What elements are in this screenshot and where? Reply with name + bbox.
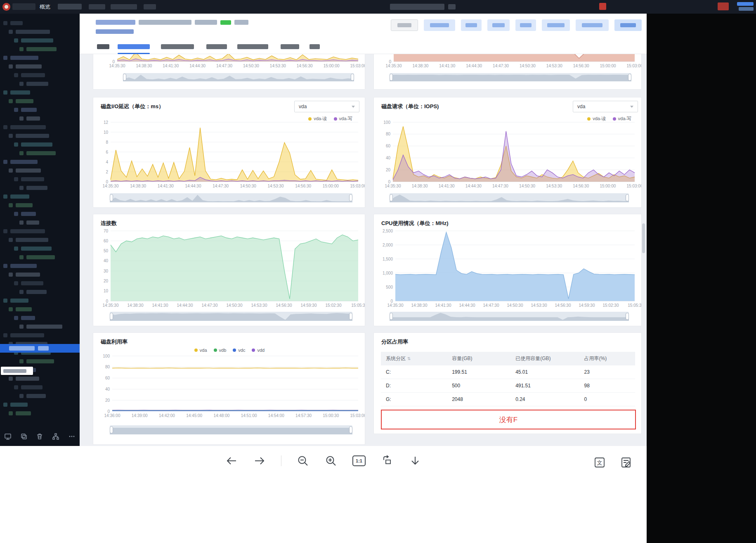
sidebar-item[interactable] (0, 261, 80, 270)
sidebar-item[interactable] (0, 105, 80, 114)
sidebar-item[interactable] (0, 244, 80, 253)
redacted-button[interactable] (515, 19, 536, 31)
redacted-button[interactable] (424, 19, 455, 31)
extract-text-icon[interactable]: 文 (593, 456, 606, 469)
sidebar-item[interactable] (0, 97, 80, 105)
sidebar-item[interactable] (0, 27, 80, 36)
tab-item[interactable] (309, 44, 320, 49)
sidebar-item[interactable] (0, 253, 80, 261)
sidebar-item[interactable] (0, 192, 80, 201)
legend-item[interactable]: vda (194, 348, 207, 353)
time-brush[interactable] (390, 312, 629, 321)
time-brush[interactable] (110, 312, 352, 321)
sidebar-item[interactable] (0, 400, 80, 409)
redacted-tab[interactable] (144, 4, 156, 9)
zoom-in-icon[interactable] (324, 454, 338, 467)
sidebar-item[interactable] (0, 149, 80, 157)
tab-item[interactable] (161, 44, 194, 49)
redacted-button[interactable] (461, 19, 482, 31)
sidebar-item[interactable] (0, 131, 80, 140)
tab-item[interactable] (97, 44, 109, 49)
sidebar-item[interactable] (0, 62, 80, 71)
trash-icon[interactable] (33, 430, 46, 443)
tab-item-active[interactable] (118, 44, 150, 49)
sidebar-item[interactable] (0, 140, 80, 149)
sidebar-item[interactable] (0, 383, 80, 391)
sidebar-item[interactable] (0, 201, 80, 209)
sidebar-item[interactable] (0, 157, 80, 166)
sidebar-item[interactable] (0, 279, 80, 287)
sidebar-item[interactable] (0, 209, 80, 218)
sidebar-item[interactable] (0, 374, 80, 383)
disk-select[interactable]: vda (573, 101, 638, 112)
time-brush[interactable] (110, 425, 352, 434)
redacted-tab[interactable] (58, 4, 82, 9)
tab-item[interactable] (281, 44, 299, 49)
redacted-action-dropdown[interactable] (614, 19, 642, 31)
zoom-out-icon[interactable] (296, 454, 309, 467)
sidebar-selected-item[interactable] (0, 344, 80, 353)
time-brush[interactable] (390, 193, 629, 202)
forward-arrow-icon[interactable] (253, 454, 266, 467)
svg-text:70: 70 (104, 229, 109, 233)
tab-item[interactable] (206, 44, 227, 49)
sidebar-item[interactable] (0, 287, 80, 296)
sidebar-item[interactable] (0, 409, 80, 417)
sidebar-item[interactable] (0, 88, 80, 97)
sidebar-item[interactable] (0, 45, 80, 53)
sidebar-item[interactable] (0, 235, 80, 244)
redacted-tab[interactable] (12, 3, 35, 10)
sidebar-item[interactable] (0, 79, 80, 88)
sidebar-item[interactable] (0, 175, 80, 183)
legend-item[interactable]: vdc (233, 348, 245, 353)
sidebar-item[interactable] (0, 183, 80, 192)
sidebar-item[interactable] (0, 218, 80, 227)
topology-icon[interactable] (49, 430, 62, 443)
redacted-button[interactable] (576, 19, 609, 31)
legend-item[interactable]: vdb (214, 348, 227, 353)
redacted-button[interactable] (487, 19, 510, 31)
svg-text:14:44:30: 14:44:30 (189, 64, 206, 68)
sidebar-item[interactable] (0, 331, 80, 339)
redacted-button[interactable] (542, 19, 570, 31)
sidebar-item[interactable] (0, 322, 80, 331)
console-icon[interactable] (1, 430, 14, 443)
sidebar-item[interactable] (0, 357, 80, 365)
tab-item[interactable] (237, 44, 268, 49)
scrollbar-thumb[interactable] (642, 223, 645, 253)
sidebar-item[interactable] (0, 36, 80, 45)
sidebar-item[interactable] (0, 166, 80, 175)
copy-icon[interactable] (17, 430, 31, 443)
redacted-button[interactable] (391, 19, 418, 31)
column-header-partition[interactable]: 系统分区⇅ (381, 355, 447, 362)
actual-size-icon[interactable]: 1:1 (352, 454, 366, 467)
sidebar-item[interactable] (0, 123, 80, 131)
download-icon[interactable] (409, 454, 422, 467)
back-arrow-icon[interactable] (225, 454, 238, 467)
time-brush[interactable] (110, 193, 352, 202)
svg-text:14:53:30: 14:53:30 (268, 184, 284, 188)
disk-select[interactable]: vda (294, 101, 359, 112)
sidebar-item[interactable] (0, 71, 80, 79)
time-brush[interactable] (123, 73, 354, 81)
sidebar-item[interactable] (0, 270, 80, 279)
time-brush[interactable] (390, 73, 631, 81)
sidebar-item[interactable] (0, 296, 80, 305)
rotate-icon[interactable] (380, 454, 394, 467)
sidebar-item[interactable] (0, 19, 80, 27)
sort-icon[interactable]: ⇅ (407, 356, 411, 361)
sidebar-item[interactable] (0, 227, 80, 235)
svg-text:80: 80 (105, 365, 110, 369)
more-icon[interactable] (65, 430, 78, 443)
sidebar-item[interactable] (0, 53, 80, 62)
sidebar-item[interactable] (0, 305, 80, 313)
sidebar-item[interactable] (0, 313, 80, 322)
chevron-down-icon (352, 106, 355, 108)
sidebar-item[interactable] (0, 391, 80, 400)
topbar-tab-label[interactable]: 概览 (40, 3, 50, 11)
sidebar-item[interactable] (0, 114, 80, 123)
legend-item[interactable]: vdd (252, 348, 265, 353)
redacted-tab[interactable] (111, 4, 137, 9)
redacted-tab[interactable] (89, 4, 105, 9)
edit-icon[interactable] (619, 456, 633, 469)
